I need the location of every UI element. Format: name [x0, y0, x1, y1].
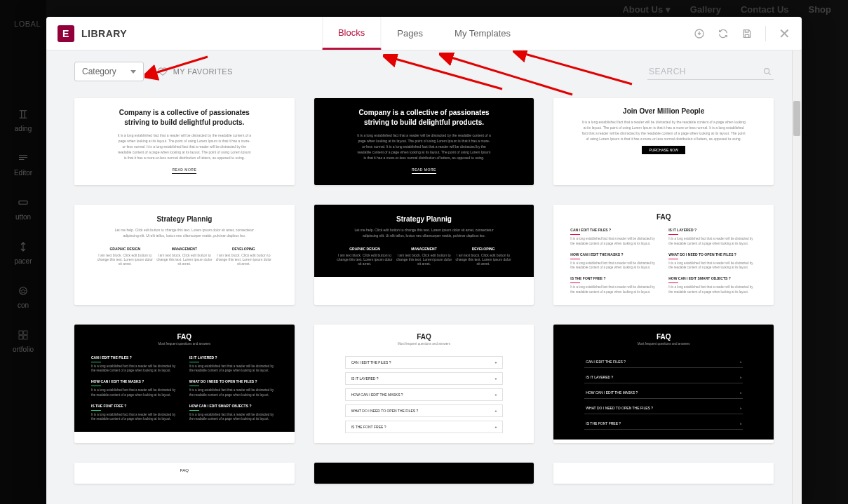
svg-rect-4 — [19, 336, 22, 339]
svg-rect-5 — [24, 336, 27, 339]
scrollbar-thumb[interactable] — [793, 101, 800, 136]
svg-rect-2 — [19, 331, 22, 334]
category-label: Category — [82, 67, 116, 76]
template-card[interactable]: FAQ Most frequent questions and answers … — [314, 325, 534, 443]
category-dropdown[interactable]: Category — [74, 62, 144, 81]
chevron-down-icon — [130, 70, 136, 74]
sidebar-global-label: LOBAL — [0, 20, 46, 28]
tab-blocks[interactable]: Blocks — [322, 17, 381, 50]
elementor-sidebar: LOBAL ading Editor utton pacer con — [0, 0, 46, 504]
library-brand: E LIBRARY — [58, 17, 127, 50]
header-actions: ✕ — [694, 17, 802, 50]
template-card[interactable]: FAQ Most frequent questions and answers … — [553, 325, 774, 443]
widget-icon[interactable]: con — [0, 275, 46, 319]
template-card[interactable]: Join Over Million People It is a long es… — [553, 98, 774, 185]
widget-portfolio[interactable]: ortfolio — [0, 319, 46, 363]
favorites-label: MY FAVORITES — [173, 67, 233, 76]
svg-point-1 — [20, 287, 27, 295]
nav-shop[interactable]: Shop — [809, 4, 832, 15]
close-icon[interactable]: ✕ — [779, 27, 790, 41]
nav-gallery[interactable]: Gallery — [690, 4, 721, 15]
library-title: LIBRARY — [81, 28, 127, 39]
library-modal: E LIBRARY Blocks Pages My Templates ✕ — [46, 17, 802, 504]
template-card[interactable]: FAQ — [74, 463, 295, 484]
template-card[interactable]: Strategy Plannig Let me help. Click edit… — [314, 205, 534, 305]
template-card[interactable]: Company is a collective of passionates s… — [74, 98, 295, 185]
tab-pages[interactable]: Pages — [381, 17, 438, 50]
library-tabs: Blocks Pages My Templates — [322, 17, 526, 50]
svg-point-7 — [765, 68, 769, 73]
svg-rect-3 — [24, 331, 27, 334]
separator — [765, 26, 766, 41]
templates-grid: Company is a collective of passionates s… — [46, 86, 802, 498]
template-card[interactable]: Company is a collective of passionates s… — [314, 98, 534, 185]
template-card[interactable] — [553, 463, 774, 484]
nav-about[interactable]: About Us ▾ — [622, 4, 670, 15]
site-top-nav: About Us ▾ Gallery Contact Us Shop — [0, 0, 848, 18]
scrollbar[interactable] — [792, 50, 802, 504]
save-icon[interactable] — [741, 28, 753, 39]
modal-body: Category MY FAVORITES Company is — [46, 50, 802, 504]
widget-button[interactable]: utton — [0, 186, 46, 231]
search-icon — [762, 67, 772, 76]
modal-header: E LIBRARY Blocks Pages My Templates ✕ — [46, 17, 802, 50]
my-favorites-button[interactable]: MY FAVORITES — [158, 67, 233, 76]
svg-rect-0 — [19, 201, 27, 205]
template-card[interactable]: FAQ Most frequent questions and answers … — [74, 325, 295, 443]
sync-icon[interactable] — [718, 28, 729, 39]
widget-text-editor[interactable]: Editor — [0, 142, 46, 186]
search-input[interactable] — [649, 67, 755, 76]
nav-contact[interactable]: Contact Us — [741, 4, 789, 15]
library-toolbar: Category MY FAVORITES — [46, 50, 802, 86]
import-icon[interactable] — [694, 28, 705, 39]
widget-spacer[interactable]: pacer — [0, 231, 46, 275]
search-field[interactable] — [647, 64, 774, 80]
template-card[interactable]: FAQ CAN I EDIT THE FILES ?It is a long e… — [553, 205, 774, 305]
elementor-logo-icon: E — [58, 25, 74, 42]
template-card[interactable] — [314, 463, 534, 484]
tab-my-templates[interactable]: My Templates — [438, 17, 526, 50]
template-card[interactable]: Strategy Plannig Let me help. Click edit… — [74, 205, 295, 305]
widget-heading[interactable]: ading — [0, 98, 46, 142]
